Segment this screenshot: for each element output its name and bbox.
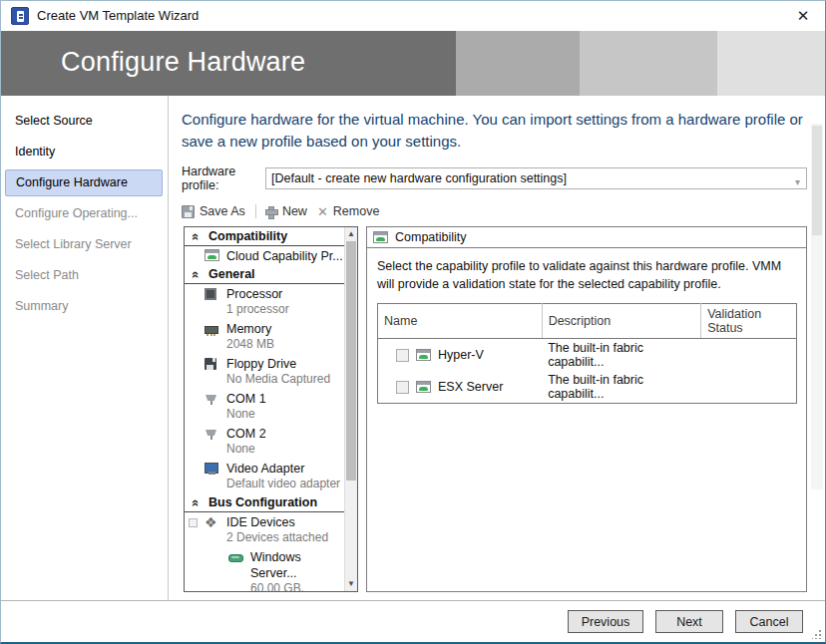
vm-app-icon <box>11 7 29 25</box>
com-port-icon <box>205 428 217 440</box>
tree-section-compatibility[interactable]: « Compatibility <box>185 227 344 246</box>
processor-icon <box>205 288 216 300</box>
collapse-chevron-icon: « <box>189 497 204 507</box>
sidebar-item-identity[interactable]: Identity <box>1 137 168 167</box>
new-button[interactable]: New <box>264 204 307 218</box>
banner-gray-block-3 <box>717 31 826 96</box>
tree-item-floppy-drive[interactable]: Floppy Drive No Media Captured <box>185 354 344 389</box>
tree-item-title: Processor <box>226 286 344 302</box>
cloud-capability-icon <box>373 231 388 243</box>
hardware-profile-value: [Default - create new hardware configura… <box>271 171 567 185</box>
row-validation-status <box>701 371 797 404</box>
hyper-v-checkbox[interactable] <box>396 349 409 362</box>
tree-item-subtitle: 1 processor <box>226 302 344 317</box>
sidebar-item-label: Select Path <box>15 268 79 282</box>
tree-item-title: Video Adapter <box>226 461 344 477</box>
row-validation-status <box>701 339 797 372</box>
sidebar-item-select-library-server[interactable]: Select Library Server <box>1 229 168 260</box>
sidebar-item-configure-hardware[interactable]: Configure Hardware <box>5 169 163 196</box>
main-content: Configure hardware for the virtual machi… <box>169 96 825 600</box>
tree-item-title: Memory <box>226 321 344 337</box>
save-icon <box>182 205 195 218</box>
sidebar-item-label: Configure Hardware <box>16 175 128 189</box>
scrollbar-thumb[interactable] <box>346 241 356 481</box>
plus-icon <box>264 205 277 218</box>
sidebar-item-configure-operating-system[interactable]: Configure Operating... <box>1 198 168 229</box>
tree-scrollbar[interactable]: ▲ ▼ <box>344 227 357 591</box>
hardware-profile-select[interactable]: [Default - create new hardware configura… <box>265 167 807 189</box>
chevron-down-icon: ▾ <box>795 172 800 192</box>
column-header-validation-status[interactable]: Validation Status <box>701 304 797 339</box>
sidebar-item-label: Summary <box>15 299 68 313</box>
ide-devices-icon: ❖ <box>205 516 217 528</box>
page-title: Configure Hardware <box>61 47 305 78</box>
row-name: Hyper-V <box>438 348 484 362</box>
section-header-label: Compatibility <box>208 229 287 243</box>
row-description: The built-in fabric capabilit... <box>542 371 701 404</box>
banner-gray-block-2 <box>580 31 717 96</box>
capability-profile-icon <box>416 381 431 393</box>
tree-section-general[interactable]: « General <box>185 265 344 284</box>
save-as-button[interactable]: Save As <box>182 204 245 218</box>
tree-item-processor[interactable]: Processor 1 processor <box>185 284 344 319</box>
compatibility-panel: Compatibility Select the capability prof… <box>366 226 807 592</box>
page-intro-text: Configure hardware for the virtual machi… <box>182 109 820 153</box>
collapse-chevron-icon: « <box>189 231 204 241</box>
close-icon[interactable]: ✕ <box>793 6 813 26</box>
sidebar-item-label: Select Library Server <box>15 237 132 251</box>
column-header-name[interactable]: Name <box>378 304 543 339</box>
panel-header-label: Compatibility <box>395 230 467 244</box>
cancel-button[interactable]: Cancel <box>735 610 803 633</box>
next-button[interactable]: Next <box>655 610 723 633</box>
tree-item-video-adapter[interactable]: Video Adapter Default video adapter <box>185 459 344 493</box>
remove-x-icon: ✕ <box>317 205 328 218</box>
tree-item-title: Windows Server... <box>250 549 344 581</box>
tree-item-subtitle: 2 Devices attached <box>226 530 344 545</box>
tree-item-subtitle: Default video adapter <box>226 477 344 491</box>
window-title: Create VM Template Wizard <box>37 8 199 23</box>
tree-item-memory[interactable]: Memory 2048 MB <box>185 319 344 354</box>
scroll-down-icon[interactable]: ▼ <box>345 577 357 591</box>
tree-item-subtitle: 60.00 GB, Primary <box>250 581 344 592</box>
compatibility-panel-header: Compatibility <box>367 227 806 248</box>
capability-profiles-table: Name Description Validation Status <box>377 303 797 404</box>
tree-item-title: Floppy Drive <box>226 356 344 372</box>
remove-button[interactable]: ✕ Remove <box>317 204 379 218</box>
toolbar-divider <box>255 204 256 218</box>
wizard-banner: Configure Hardware <box>1 31 825 96</box>
tree-item-subtitle: None <box>226 442 344 457</box>
sidebar-item-select-path[interactable]: Select Path <box>1 260 168 291</box>
previous-button[interactable]: Previous <box>568 610 643 633</box>
tree-item-com1[interactable]: COM 1 None <box>185 389 344 424</box>
column-header-description[interactable]: Description <box>542 304 701 339</box>
tree-item-windows-server-disk[interactable]: Windows Server... 60.00 GB, Primary <box>185 547 344 592</box>
tree-item-cloud-capability[interactable]: Cloud Capability Pr... <box>185 246 344 265</box>
scrollbar-thumb[interactable] <box>812 126 822 235</box>
sidebar-item-summary[interactable]: Summary <box>1 291 168 322</box>
resize-grip[interactable] <box>812 629 822 639</box>
page-scrollbar[interactable] <box>811 124 823 489</box>
tree-section-bus-configuration[interactable]: « Bus Configuration <box>185 493 344 512</box>
tree-item-com2[interactable]: COM 2 None <box>185 424 344 459</box>
floppy-drive-icon <box>205 358 216 370</box>
table-header-row: Name Description Validation Status <box>378 304 797 339</box>
tree-item-ide-devices[interactable]: ❖ IDE Devices 2 Devices attached <box>185 512 344 547</box>
capability-profile-icon <box>416 349 431 361</box>
table-row-hyper-v[interactable]: Hyper-V The built-in fabric capabilit... <box>378 339 797 372</box>
sidebar-item-label: Identity <box>15 145 55 159</box>
hardware-profile-label: Hardware profile: <box>182 164 265 192</box>
save-as-label: Save As <box>200 204 245 218</box>
section-header-label: General <box>208 267 255 281</box>
tree-item-subtitle: None <box>226 407 344 422</box>
remove-label: Remove <box>333 204 380 218</box>
scroll-up-icon[interactable]: ▲ <box>345 227 357 241</box>
tree-item-title: COM 1 <box>226 391 344 407</box>
com-port-icon <box>205 393 217 405</box>
collapse-expander-box[interactable] <box>189 518 198 527</box>
table-row-esx-server[interactable]: ESX Server The built-in fabric capabilit… <box>378 371 797 404</box>
esx-server-checkbox[interactable] <box>396 381 409 394</box>
sidebar-item-select-source[interactable]: Select Source <box>1 106 168 137</box>
video-adapter-icon <box>205 463 218 475</box>
section-header-label: Bus Configuration <box>208 495 317 509</box>
disk-drive-icon <box>228 554 243 562</box>
